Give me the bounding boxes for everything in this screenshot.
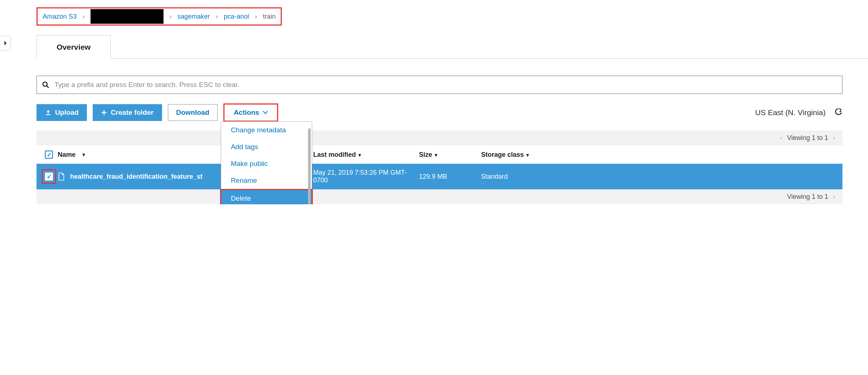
sort-caret-icon: ▼	[434, 152, 438, 158]
chevron-down-icon	[263, 111, 268, 114]
chevron-right-icon: ›	[82, 13, 85, 20]
action-add-tags[interactable]: Add tags	[221, 139, 312, 155]
object-size: 129.9 MB	[419, 173, 481, 181]
action-rename[interactable]: Rename	[221, 172, 312, 189]
breadcrumb-bucket-redacted[interactable]	[91, 9, 164, 24]
column-header-last-modified-label: Last modified	[313, 151, 356, 158]
breadcrumb-item-train: train	[263, 13, 276, 20]
breadcrumb-root[interactable]: Amazon S3	[43, 13, 77, 20]
sort-caret-icon: ▼	[357, 152, 362, 158]
refresh-button[interactable]	[834, 109, 842, 117]
create-folder-button[interactable]: Create folder	[93, 104, 162, 121]
column-header-name-label: Name	[58, 151, 76, 159]
download-button[interactable]: Download	[168, 104, 218, 121]
table-row[interactable]: healthcare_fraud_identification_feature_…	[37, 164, 842, 189]
object-last-modified: May 21, 2019 7:53:26 PM GMT-0700	[313, 169, 419, 184]
viewing-range-top: ‹ Viewing 1 to 1 ›	[37, 130, 842, 145]
viewing-range-bottom: Viewing 1 to 1 ›	[37, 189, 842, 204]
column-header-size[interactable]: Size▼	[419, 151, 481, 159]
breadcrumb-item-sagemaker[interactable]: sagemaker	[177, 13, 210, 20]
viewing-range-text: Viewing 1 to 1	[787, 193, 828, 200]
breadcrumb: Amazon S3 › › sagemaker › pca-anol › tra…	[37, 7, 282, 26]
chevron-right-icon: ›	[169, 13, 172, 20]
svg-line-1	[47, 86, 49, 88]
caret-right-icon	[4, 41, 7, 46]
column-header-size-label: Size	[419, 151, 432, 158]
chevron-right-icon: ›	[833, 134, 835, 141]
upload-button[interactable]: Upload	[37, 104, 87, 121]
tab-overview[interactable]: Overview	[37, 35, 111, 59]
object-storage-class: Standard	[481, 173, 839, 181]
chevron-right-icon: ›	[255, 13, 257, 20]
search-box[interactable]	[37, 76, 842, 94]
sort-caret-icon: ▼	[525, 152, 530, 158]
column-header-last-modified[interactable]: Last modified▼	[313, 151, 419, 159]
viewing-range-text: Viewing 1 to 1	[787, 134, 828, 141]
sort-caret-icon: ▼	[81, 152, 86, 158]
chevron-right-icon: ›	[833, 193, 835, 200]
actions-label: Actions	[234, 109, 259, 117]
refresh-icon	[834, 109, 842, 117]
row-checkbox[interactable]	[45, 173, 53, 181]
region-label: US East (N. Virginia)	[755, 108, 826, 117]
select-all-checkbox[interactable]	[45, 151, 53, 159]
upload-icon	[45, 109, 51, 116]
download-label: Download	[176, 109, 210, 117]
create-folder-label: Create folder	[111, 109, 153, 117]
action-make-public[interactable]: Make public	[221, 155, 312, 172]
file-icon	[58, 172, 65, 181]
action-delete[interactable]: Delete	[221, 190, 312, 204]
svg-rect-2	[46, 114, 50, 115]
sidebar-expand-handle[interactable]	[0, 36, 11, 50]
actions-dropdown-menu: Change metadata Add tags Make public Ren…	[221, 121, 312, 204]
breadcrumb-item-pca-anol[interactable]: pca-anol	[224, 13, 249, 20]
chevron-left-icon: ‹	[780, 134, 782, 141]
actions-dropdown-button[interactable]: Actions	[225, 105, 276, 120]
column-header-storage-class[interactable]: Storage class▼	[481, 151, 839, 159]
object-name[interactable]: healthcare_fraud_identification_feature_…	[70, 173, 203, 181]
search-icon	[42, 81, 49, 88]
svg-point-0	[43, 82, 47, 87]
action-change-metadata[interactable]: Change metadata	[221, 122, 312, 139]
chevron-right-icon: ›	[216, 13, 218, 20]
search-input[interactable]	[54, 81, 837, 89]
column-header-storage-class-label: Storage class	[481, 151, 524, 158]
upload-label: Upload	[55, 109, 78, 117]
object-table: ‹ Viewing 1 to 1 › Name▼ Last modified▼ …	[37, 130, 842, 204]
plus-icon	[101, 110, 107, 115]
svg-rect-4	[102, 112, 107, 113]
